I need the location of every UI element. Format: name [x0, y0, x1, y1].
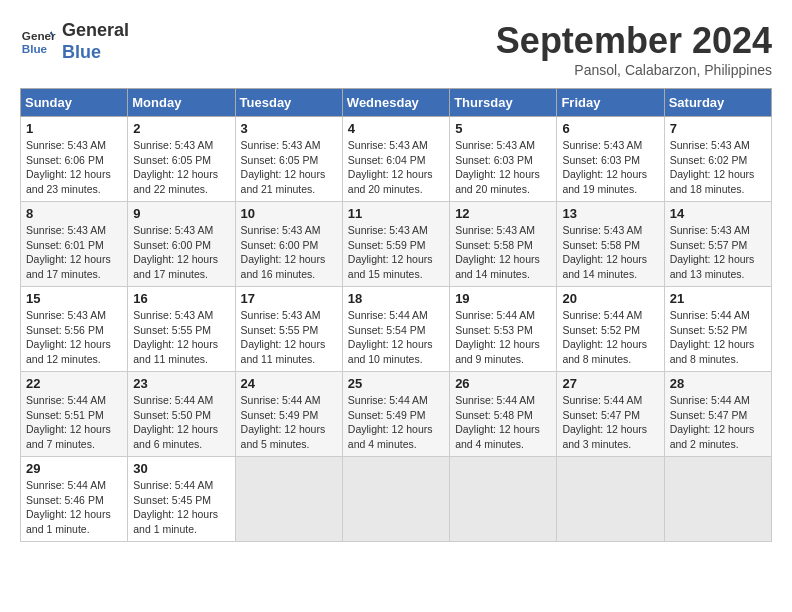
calendar-day-cell: 30Sunrise: 5:44 AM Sunset: 5:45 PM Dayli… [128, 457, 235, 542]
day-detail: Sunrise: 5:43 AM Sunset: 5:59 PM Dayligh… [348, 224, 433, 280]
calendar-day-cell: 9Sunrise: 5:43 AM Sunset: 6:00 PM Daylig… [128, 202, 235, 287]
day-number: 17 [241, 291, 337, 306]
calendar-table: SundayMondayTuesdayWednesdayThursdayFrid… [20, 88, 772, 542]
day-detail: Sunrise: 5:43 AM Sunset: 5:57 PM Dayligh… [670, 224, 755, 280]
day-number: 21 [670, 291, 766, 306]
header-row: SundayMondayTuesdayWednesdayThursdayFrid… [21, 89, 772, 117]
day-number: 27 [562, 376, 658, 391]
day-detail: Sunrise: 5:44 AM Sunset: 5:49 PM Dayligh… [348, 394, 433, 450]
calendar-week-row: 29Sunrise: 5:44 AM Sunset: 5:46 PM Dayli… [21, 457, 772, 542]
svg-text:Blue: Blue [22, 41, 48, 54]
day-detail: Sunrise: 5:43 AM Sunset: 5:58 PM Dayligh… [455, 224, 540, 280]
calendar-day-cell: 22Sunrise: 5:44 AM Sunset: 5:51 PM Dayli… [21, 372, 128, 457]
day-detail: Sunrise: 5:44 AM Sunset: 5:52 PM Dayligh… [670, 309, 755, 365]
day-detail: Sunrise: 5:44 AM Sunset: 5:48 PM Dayligh… [455, 394, 540, 450]
day-number: 13 [562, 206, 658, 221]
calendar-day-cell [557, 457, 664, 542]
day-detail: Sunrise: 5:44 AM Sunset: 5:46 PM Dayligh… [26, 479, 111, 535]
calendar-day-cell: 25Sunrise: 5:44 AM Sunset: 5:49 PM Dayli… [342, 372, 449, 457]
day-detail: Sunrise: 5:43 AM Sunset: 6:03 PM Dayligh… [562, 139, 647, 195]
day-number: 22 [26, 376, 122, 391]
calendar-day-cell: 4Sunrise: 5:43 AM Sunset: 6:04 PM Daylig… [342, 117, 449, 202]
svg-text:General: General [22, 29, 56, 42]
calendar-day-cell [664, 457, 771, 542]
day-header: Wednesday [342, 89, 449, 117]
day-detail: Sunrise: 5:43 AM Sunset: 5:55 PM Dayligh… [241, 309, 326, 365]
calendar-day-cell: 3Sunrise: 5:43 AM Sunset: 6:05 PM Daylig… [235, 117, 342, 202]
day-detail: Sunrise: 5:44 AM Sunset: 5:53 PM Dayligh… [455, 309, 540, 365]
logo-text: General Blue [62, 20, 129, 63]
day-header: Monday [128, 89, 235, 117]
day-number: 7 [670, 121, 766, 136]
day-number: 5 [455, 121, 551, 136]
day-detail: Sunrise: 5:43 AM Sunset: 6:02 PM Dayligh… [670, 139, 755, 195]
page-header: General Blue General Blue September 2024… [20, 20, 772, 78]
day-detail: Sunrise: 5:44 AM Sunset: 5:47 PM Dayligh… [562, 394, 647, 450]
day-number: 16 [133, 291, 229, 306]
day-number: 2 [133, 121, 229, 136]
calendar-day-cell: 14Sunrise: 5:43 AM Sunset: 5:57 PM Dayli… [664, 202, 771, 287]
day-detail: Sunrise: 5:43 AM Sunset: 6:05 PM Dayligh… [133, 139, 218, 195]
day-number: 10 [241, 206, 337, 221]
day-number: 26 [455, 376, 551, 391]
day-detail: Sunrise: 5:44 AM Sunset: 5:52 PM Dayligh… [562, 309, 647, 365]
day-detail: Sunrise: 5:44 AM Sunset: 5:51 PM Dayligh… [26, 394, 111, 450]
day-number: 14 [670, 206, 766, 221]
day-detail: Sunrise: 5:44 AM Sunset: 5:54 PM Dayligh… [348, 309, 433, 365]
calendar-day-cell: 13Sunrise: 5:43 AM Sunset: 5:58 PM Dayli… [557, 202, 664, 287]
day-number: 24 [241, 376, 337, 391]
calendar-day-cell: 18Sunrise: 5:44 AM Sunset: 5:54 PM Dayli… [342, 287, 449, 372]
calendar-day-cell: 27Sunrise: 5:44 AM Sunset: 5:47 PM Dayli… [557, 372, 664, 457]
day-detail: Sunrise: 5:44 AM Sunset: 5:47 PM Dayligh… [670, 394, 755, 450]
calendar-day-cell [450, 457, 557, 542]
day-header: Sunday [21, 89, 128, 117]
day-header: Friday [557, 89, 664, 117]
calendar-day-cell: 7Sunrise: 5:43 AM Sunset: 6:02 PM Daylig… [664, 117, 771, 202]
day-number: 11 [348, 206, 444, 221]
calendar-day-cell: 21Sunrise: 5:44 AM Sunset: 5:52 PM Dayli… [664, 287, 771, 372]
calendar-day-cell: 24Sunrise: 5:44 AM Sunset: 5:49 PM Dayli… [235, 372, 342, 457]
title-block: September 2024 Pansol, Calabarzon, Phili… [496, 20, 772, 78]
calendar-day-cell: 23Sunrise: 5:44 AM Sunset: 5:50 PM Dayli… [128, 372, 235, 457]
calendar-week-row: 15Sunrise: 5:43 AM Sunset: 5:56 PM Dayli… [21, 287, 772, 372]
day-number: 8 [26, 206, 122, 221]
calendar-day-cell: 20Sunrise: 5:44 AM Sunset: 5:52 PM Dayli… [557, 287, 664, 372]
day-number: 25 [348, 376, 444, 391]
day-number: 6 [562, 121, 658, 136]
location-subtitle: Pansol, Calabarzon, Philippines [496, 62, 772, 78]
day-number: 19 [455, 291, 551, 306]
day-detail: Sunrise: 5:44 AM Sunset: 5:45 PM Dayligh… [133, 479, 218, 535]
day-header: Thursday [450, 89, 557, 117]
calendar-day-cell: 26Sunrise: 5:44 AM Sunset: 5:48 PM Dayli… [450, 372, 557, 457]
day-number: 29 [26, 461, 122, 476]
day-number: 30 [133, 461, 229, 476]
day-number: 23 [133, 376, 229, 391]
logo: General Blue General Blue [20, 20, 129, 63]
calendar-day-cell: 8Sunrise: 5:43 AM Sunset: 6:01 PM Daylig… [21, 202, 128, 287]
calendar-day-cell: 29Sunrise: 5:44 AM Sunset: 5:46 PM Dayli… [21, 457, 128, 542]
calendar-day-cell [342, 457, 449, 542]
day-number: 20 [562, 291, 658, 306]
logo-icon: General Blue [20, 24, 56, 60]
day-detail: Sunrise: 5:43 AM Sunset: 6:03 PM Dayligh… [455, 139, 540, 195]
day-number: 28 [670, 376, 766, 391]
day-header: Tuesday [235, 89, 342, 117]
day-detail: Sunrise: 5:43 AM Sunset: 6:05 PM Dayligh… [241, 139, 326, 195]
day-number: 15 [26, 291, 122, 306]
calendar-day-cell: 17Sunrise: 5:43 AM Sunset: 5:55 PM Dayli… [235, 287, 342, 372]
day-detail: Sunrise: 5:43 AM Sunset: 5:55 PM Dayligh… [133, 309, 218, 365]
day-number: 12 [455, 206, 551, 221]
calendar-day-cell: 5Sunrise: 5:43 AM Sunset: 6:03 PM Daylig… [450, 117, 557, 202]
day-detail: Sunrise: 5:44 AM Sunset: 5:50 PM Dayligh… [133, 394, 218, 450]
calendar-day-cell: 12Sunrise: 5:43 AM Sunset: 5:58 PM Dayli… [450, 202, 557, 287]
calendar-day-cell: 19Sunrise: 5:44 AM Sunset: 5:53 PM Dayli… [450, 287, 557, 372]
calendar-day-cell: 15Sunrise: 5:43 AM Sunset: 5:56 PM Dayli… [21, 287, 128, 372]
day-detail: Sunrise: 5:43 AM Sunset: 6:01 PM Dayligh… [26, 224, 111, 280]
calendar-week-row: 1Sunrise: 5:43 AM Sunset: 6:06 PM Daylig… [21, 117, 772, 202]
day-detail: Sunrise: 5:44 AM Sunset: 5:49 PM Dayligh… [241, 394, 326, 450]
day-header: Saturday [664, 89, 771, 117]
calendar-week-row: 22Sunrise: 5:44 AM Sunset: 5:51 PM Dayli… [21, 372, 772, 457]
day-detail: Sunrise: 5:43 AM Sunset: 6:04 PM Dayligh… [348, 139, 433, 195]
day-number: 4 [348, 121, 444, 136]
day-number: 3 [241, 121, 337, 136]
